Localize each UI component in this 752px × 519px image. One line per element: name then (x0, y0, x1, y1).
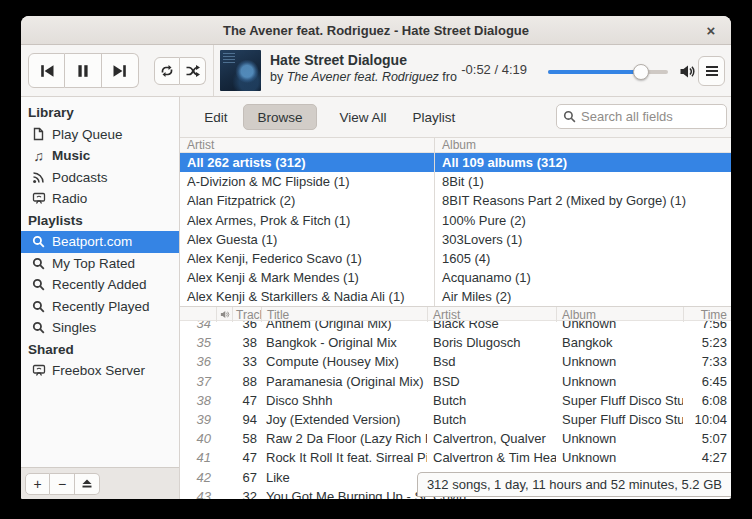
close-button[interactable]: × (699, 19, 723, 41)
tab-view-all[interactable]: View All (328, 104, 398, 130)
search-field[interactable] (556, 104, 727, 129)
album-browser-label: All 109 albums (312) (442, 155, 567, 170)
search-icon (563, 110, 576, 123)
track-row[interactable]: 37 88 Paramanesia (Original Mix) BSD Unk… (180, 372, 731, 391)
album-browser-row[interactable]: 8Bit (1) (435, 172, 731, 191)
album-browser-row[interactable]: All 109 albums (312) (435, 153, 731, 172)
artist-browser-row[interactable]: Alex Kenji & Mark Mendes (1) (180, 268, 434, 287)
toolbar: Hate Street Dialogue by The Avener feat.… (21, 45, 731, 97)
search-playlist-icon (31, 256, 46, 271)
track-row[interactable]: 34 36 Anthem (Original Mix) Black Rose U… (180, 321, 731, 333)
pause-button[interactable] (65, 53, 102, 88)
track-artist: Boris Dlugosch (427, 335, 556, 350)
track-number: 58 (232, 431, 261, 446)
artist-browser-row[interactable]: A-Divizion & MC Flipside (1) (180, 172, 434, 191)
status-bar: 312 songs, 1 day, 11 hours and 52 minute… (417, 472, 731, 497)
track-number: 88 (232, 374, 261, 389)
album-browser-row[interactable]: Air Miles (2) (435, 287, 731, 306)
track-row[interactable]: 39 94 Joy (Extended Version) Butch Super… (180, 410, 731, 429)
track-album: Super Fluff Disco Stuff (556, 393, 683, 408)
seek-slider[interactable] (548, 64, 668, 80)
sidebar-item-singles[interactable]: Singles (21, 317, 179, 339)
artist-browser-row[interactable]: Alex Kenji, Federico Scavo (1) (180, 249, 434, 268)
album-browser-row[interactable]: Acquanamo (1) (435, 268, 731, 287)
track-row[interactable]: 38 47 Disco Shhh Butch Super Fluff Disco… (180, 391, 731, 410)
track-title: Anthem (Original Mix) (261, 321, 427, 331)
music-icon: ♫ (31, 148, 46, 163)
tab-browse[interactable]: Browse (243, 104, 317, 130)
sidebar-item-radio[interactable]: Radio (21, 188, 179, 210)
artist-browser-label: Alan Fitzpatrick (2) (187, 193, 295, 208)
seek-handle[interactable] (633, 64, 649, 80)
title-column-header[interactable]: Title (261, 307, 427, 322)
track-column-header[interactable]: Track (232, 307, 261, 322)
search-playlist-icon (31, 277, 46, 292)
track-artist: Butch (427, 412, 556, 427)
sidebar-item-podcasts[interactable]: Podcasts (21, 167, 179, 189)
artist-browser-label: A-Divizion & MC Flipside (1) (187, 174, 350, 189)
track-row[interactable]: 35 38 Bangkok - Original Mix Boris Dlugo… (180, 333, 731, 352)
volume-icon[interactable] (679, 64, 696, 79)
track-row[interactable]: 36 33 Compute (Housey Mix) Bsd Unknown 7… (180, 352, 731, 371)
track-title: Raw 2 Da Floor (Lazy Rich Re… (261, 431, 427, 446)
shuffle-button[interactable] (180, 57, 206, 85)
track-artist: Bsd (427, 354, 556, 369)
artist-browser-list: All 262 artists (312) A-Divizion & MC Fl… (180, 153, 434, 306)
sidebar-item-label: Singles (52, 320, 96, 335)
artist-column-header[interactable]: Artist (427, 307, 556, 322)
sidebar-item-freebox-server[interactable]: Freebox Server (21, 360, 179, 382)
menu-button[interactable] (698, 56, 725, 86)
sidebar-item-recently-played[interactable]: Recently Played (21, 296, 179, 318)
time-column-header[interactable]: Time (683, 307, 731, 322)
album-browser-row[interactable]: 1605 (4) (435, 249, 731, 268)
artist-browser-row[interactable]: Alan Fitzpatrick (2) (180, 191, 434, 210)
track-title: You Got Me Burning Up - Sun (261, 489, 427, 499)
sidebar-section-shared: Shared (21, 339, 179, 361)
artist-browser-row[interactable]: All 262 artists (312) (180, 153, 434, 172)
sidebar-item-label: My Top Rated (52, 256, 135, 271)
tab-playlist[interactable]: Playlist (402, 104, 466, 130)
track-row-number: 38 (180, 393, 216, 408)
artist-browser-row[interactable]: Alex Kenji & Starkillers & Nadia Ali (1) (180, 287, 434, 306)
repeat-button[interactable] (154, 57, 180, 85)
track-row-number: 39 (180, 412, 216, 427)
track-row-number: 35 (180, 335, 216, 350)
add-playlist-button[interactable]: + (25, 473, 50, 495)
eject-button[interactable] (75, 473, 100, 495)
hamburger-icon (705, 65, 719, 77)
titlebar[interactable]: The Avener feat. Rodriguez - Hate Street… (21, 16, 731, 45)
artist-browser-row[interactable]: Alex Armes, Prok & Fitch (1) (180, 211, 434, 230)
track-row[interactable]: 41 47 Rock It Roll It feat. Sirreal Pip…… (180, 448, 731, 467)
next-button[interactable] (102, 53, 139, 88)
previous-button[interactable] (28, 53, 65, 88)
sidebar-section-library: Library (21, 102, 179, 124)
search-input[interactable] (581, 109, 720, 124)
sidebar-item-recently-added[interactable]: Recently Added (21, 274, 179, 296)
sidebar-item-play-queue[interactable]: Play Queue (21, 124, 179, 146)
album-browser-label: Air Miles (2) (442, 289, 511, 304)
sidebar-item-label: Freebox Server (52, 363, 145, 378)
playing-column-header[interactable] (216, 307, 232, 322)
track-title: Compute (Housey Mix) (261, 354, 427, 369)
next-icon (111, 63, 129, 79)
album-browser-row[interactable]: 303Lovers (1) (435, 230, 731, 249)
album-browser-row[interactable]: 8BIT Reasons Part 2 (Mixed by Gorge) (1) (435, 191, 731, 210)
album-browser-label: 303Lovers (1) (442, 232, 522, 247)
sidebar-item-music[interactable]: ♫ Music (21, 145, 179, 167)
album-browser-label: 8BIT Reasons Part 2 (Mixed by Gorge) (1) (442, 193, 686, 208)
sidebar-item-my-top-rated[interactable]: My Top Rated (21, 253, 179, 275)
toolbar-divider (213, 45, 214, 96)
artist-browser-label: Alex Kenji & Starkillers & Nadia Ali (1) (187, 289, 404, 304)
album-column-header[interactable]: Album (556, 307, 683, 322)
tab-edit[interactable]: Edit (194, 104, 238, 130)
artist-browser-row[interactable]: Alex Guesta (1) (180, 230, 434, 249)
remove-playlist-button[interactable]: − (50, 473, 75, 495)
track-row[interactable]: 40 58 Raw 2 Da Floor (Lazy Rich Re… Calv… (180, 429, 731, 448)
track-row-number: 34 (180, 321, 216, 331)
track-artist: Black Rose (427, 321, 556, 331)
sidebar-item-beatport[interactable]: Beatport.com (21, 231, 179, 253)
sidebar-item-label: Play Queue (52, 127, 123, 142)
track-artist: Calvertron, Qualver (427, 431, 556, 446)
sidebar-list: Library Play Queue ♫ Music Podcasts (21, 97, 179, 467)
album-browser-row[interactable]: 100% Pure (2) (435, 211, 731, 230)
